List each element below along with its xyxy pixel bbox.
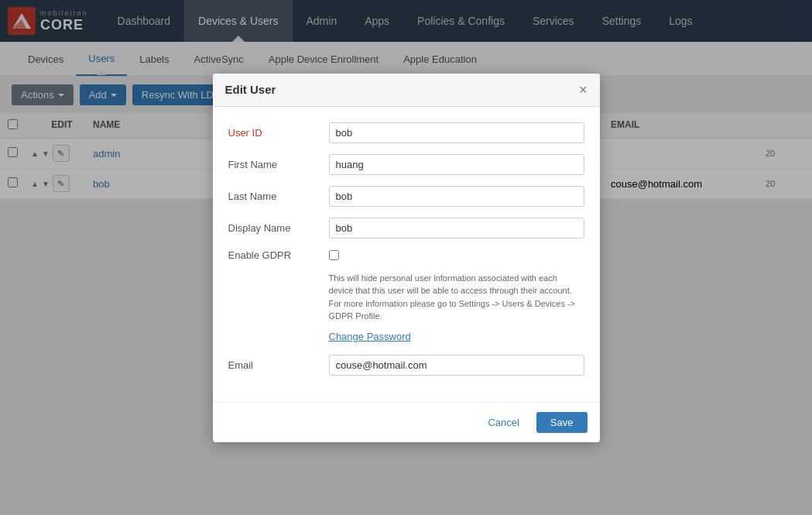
- user-id-label: User ID: [228, 127, 329, 139]
- modal-header: Edit User ×: [213, 74, 600, 107]
- display-name-group: Display Name: [228, 218, 584, 239]
- display-name-label: Display Name: [228, 222, 329, 234]
- email-input[interactable]: [329, 355, 584, 376]
- change-password-link[interactable]: Change Password: [329, 331, 584, 342]
- enable-gdpr-group: Enable GDPR: [228, 249, 584, 261]
- user-id-group: User ID: [228, 122, 584, 143]
- first-name-label: First Name: [228, 159, 329, 170]
- enable-gdpr-label: Enable GDPR: [228, 249, 329, 261]
- modal-footer: Cancel Save: [213, 402, 600, 442]
- edit-user-modal: Edit User × User ID First Name Last Name…: [213, 74, 600, 442]
- last-name-label: Last Name: [228, 191, 329, 202]
- gdpr-info-text: This will hide personal user information…: [329, 272, 584, 323]
- last-name-group: Last Name: [228, 186, 584, 207]
- last-name-input[interactable]: [329, 186, 584, 207]
- email-group: Email: [228, 355, 584, 376]
- save-button[interactable]: Save: [536, 412, 588, 433]
- user-id-input[interactable]: [329, 122, 584, 143]
- email-label: Email: [228, 359, 329, 371]
- modal-body: User ID First Name Last Name Display Nam…: [213, 107, 600, 402]
- modal-title: Edit User: [225, 83, 276, 96]
- modal-overlay: Edit User × User ID First Name Last Name…: [0, 0, 812, 515]
- modal-close-button[interactable]: ×: [579, 83, 588, 97]
- first-name-group: First Name: [228, 154, 584, 175]
- display-name-input[interactable]: [329, 218, 584, 239]
- enable-gdpr-checkbox[interactable]: [329, 250, 339, 260]
- first-name-input[interactable]: [329, 154, 584, 175]
- cancel-button[interactable]: Cancel: [478, 412, 528, 433]
